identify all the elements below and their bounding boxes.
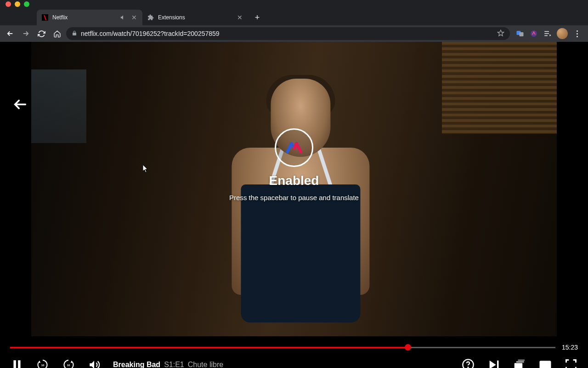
help-button[interactable] [461,358,475,368]
new-tab-button[interactable]: + [251,11,264,24]
player-controls: 10 10 Breaking Bad S1:E1 Chute libre [10,356,578,368]
browser-toolbar: netflix.com/watch/70196252?trackId=20025… [0,25,588,42]
extension-icons [513,28,584,39]
progress-row: 15:23 [10,343,578,351]
episode-code: S1:E1 [164,361,184,368]
back-button[interactable] [4,27,17,40]
svg-rect-14 [541,365,545,367]
episode-title: Chute libre [188,361,223,368]
extension-logo-icon [275,128,313,167]
tab-extensions[interactable]: Extensions ✕ [142,10,248,25]
svg-rect-10 [514,363,523,368]
window-minimize-button[interactable] [15,1,20,7]
tab-mute-icon[interactable] [119,14,127,21]
overlay-title: Enabled [269,173,319,188]
extension-overlay: Enabled Press the spacebar to pause and … [229,128,359,201]
svg-rect-15 [546,365,549,367]
extensions-favicon [147,14,154,21]
subtitles-button[interactable] [538,358,552,368]
lock-icon [72,30,77,37]
overlay-subtitle: Press the spacebar to pause and translat… [229,194,359,201]
tab-title: Netflix [52,14,116,21]
volume-button[interactable] [87,358,101,368]
tab-netflix[interactable]: Netflix ✕ [37,10,142,25]
svg-point-9 [468,367,468,368]
tab-strip: Netflix ✕ Extensions ✕ + [0,8,588,25]
skip-forward-10-button[interactable]: 10 [62,358,75,368]
svg-text:10: 10 [41,364,44,367]
tab-title: Extensions [158,14,232,21]
media-control-icon[interactable] [543,29,552,38]
bookmark-star-icon[interactable] [497,29,504,38]
svg-rect-12 [518,360,525,361]
circle-extension-icon[interactable] [529,29,538,38]
time-remaining: 15:23 [562,344,578,351]
svg-rect-5 [18,360,20,368]
tab-close-button[interactable]: ✕ [236,14,243,21]
show-title: Breaking Bad [113,361,160,368]
translate-extension-icon[interactable] [515,29,525,38]
forward-button[interactable] [19,27,32,40]
reload-button[interactable] [35,27,48,40]
profile-avatar[interactable] [557,28,568,39]
window-close-button[interactable] [6,1,11,7]
title-block: Breaking Bad S1:E1 Chute libre [113,361,223,368]
address-bar[interactable]: netflix.com/watch/70196252?trackId=20025… [66,27,510,40]
next-episode-button[interactable] [487,358,501,368]
tab-close-button[interactable]: ✕ [130,14,138,21]
player-back-button[interactable] [11,95,29,114]
svg-rect-2 [520,32,524,36]
home-button[interactable] [51,27,63,40]
progress-bar[interactable] [10,347,555,348]
netflix-favicon [41,14,49,21]
pause-button[interactable] [10,358,24,368]
fullscreen-button[interactable] [564,358,578,368]
skip-back-10-button[interactable]: 10 [36,358,50,368]
window-titlebar [0,0,588,8]
url-text: netflix.com/watch/70196252?trackId=20025… [81,30,493,37]
svg-rect-11 [516,362,525,363]
chrome-menu-button[interactable] [572,30,582,37]
svg-rect-4 [13,360,16,368]
svg-rect-16 [541,363,547,364]
episodes-button[interactable] [513,358,526,368]
svg-text:10: 10 [67,364,70,367]
page-content: Enabled Press the spacebar to pause and … [0,42,588,368]
window-zoom-button[interactable] [24,1,29,7]
